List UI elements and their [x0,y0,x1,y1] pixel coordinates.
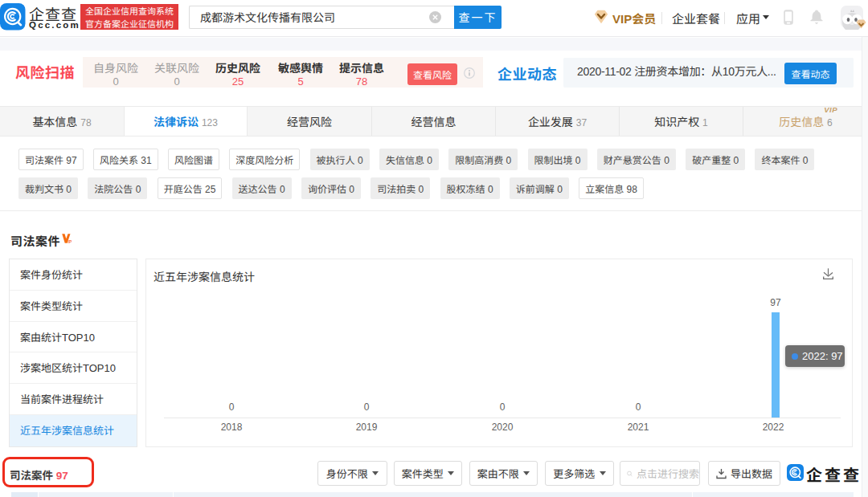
svg-text:IP: IP [68,239,72,243]
